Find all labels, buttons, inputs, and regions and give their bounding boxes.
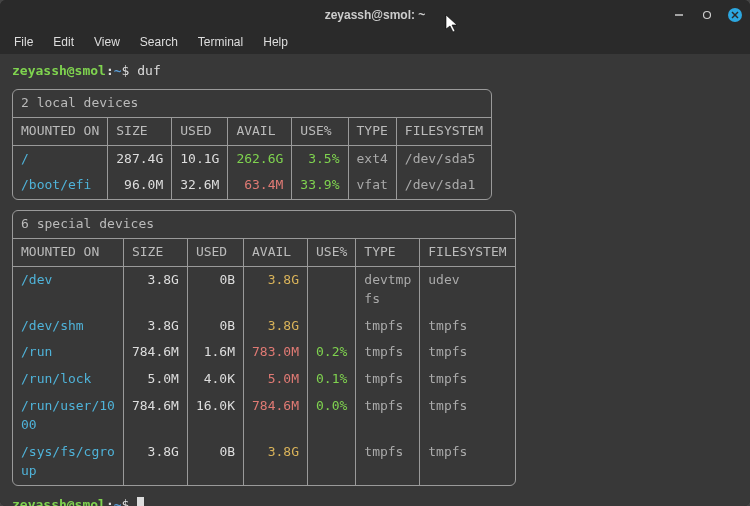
table-cell: 783.0M	[244, 339, 308, 366]
table-cell	[308, 266, 356, 312]
table-cell: 784.6M	[123, 339, 187, 366]
table-cell: 33.9%	[292, 172, 348, 199]
window-controls	[672, 8, 742, 22]
menu-file[interactable]: File	[14, 35, 33, 49]
minimize-button[interactable]	[672, 8, 686, 22]
prompt-colon: :	[106, 497, 114, 507]
table-cell: tmpfs	[420, 366, 515, 393]
table-header: TYPE	[356, 239, 420, 266]
table-cell: tmpfs	[356, 339, 420, 366]
local-devices-table: MOUNTED ONSIZEUSEDAVAILUSE%TYPEFILESYSTE…	[13, 118, 491, 200]
menu-help[interactable]: Help	[263, 35, 288, 49]
table-cell: devtmp fs	[356, 266, 420, 312]
table-row: /run/lock5.0M4.0K5.0M0.1%tmpfstmpfs	[13, 366, 515, 393]
titlebar: zeyassh@smol: ~	[0, 0, 750, 30]
table-cell: 96.0M	[108, 172, 172, 199]
table-cell: 3.8G	[244, 439, 308, 485]
table-row: /boot/efi96.0M32.6M63.4M33.9%vfat/dev/sd…	[13, 172, 491, 199]
table-cell: 5.0M	[123, 366, 187, 393]
table-row: /sys/fs/cgro up3.8G0B3.8Gtmpfstmpfs	[13, 439, 515, 485]
prompt-path: ~	[114, 63, 122, 78]
table-cell: udev	[420, 266, 515, 312]
table-cell: /run/lock	[13, 366, 123, 393]
prompt-line: zeyassh@smol:~$ duf	[12, 62, 738, 81]
menu-search[interactable]: Search	[140, 35, 178, 49]
menu-view[interactable]: View	[94, 35, 120, 49]
prompt-colon: :	[106, 63, 114, 78]
table-cell: tmpfs	[356, 393, 420, 439]
maximize-button[interactable]	[700, 8, 714, 22]
table-header: USED	[172, 118, 228, 145]
table-row: /287.4G10.1G262.6G3.5%ext4/dev/sda5	[13, 145, 491, 172]
table-cell: 5.0M	[244, 366, 308, 393]
table-cell: tmpfs	[356, 439, 420, 485]
table-cell: 3.8G	[123, 313, 187, 340]
table-cell: 0.2%	[308, 339, 356, 366]
close-button[interactable]	[728, 8, 742, 22]
table-header: MOUNTED ON	[13, 239, 123, 266]
table-cell: /dev/shm	[13, 313, 123, 340]
table-cell: tmpfs	[420, 439, 515, 485]
table-header: FILESYSTEM	[396, 118, 491, 145]
prompt-user: zeyassh@smol	[12, 63, 106, 78]
table-header: AVAIL	[244, 239, 308, 266]
prompt-dollar: $	[122, 497, 130, 507]
prompt-line-2: zeyassh@smol:~$	[12, 496, 738, 507]
table-cell: /dev	[13, 266, 123, 312]
cursor-block	[137, 497, 144, 507]
special-devices-table: MOUNTED ONSIZEUSEDAVAILUSE%TYPEFILESYSTE…	[13, 239, 515, 484]
prompt-user: zeyassh@smol	[12, 497, 106, 507]
table-cell	[308, 439, 356, 485]
prompt-path: ~	[114, 497, 122, 507]
table-cell: 3.5%	[292, 145, 348, 172]
table-header: FILESYSTEM	[420, 239, 515, 266]
table-cell: /sys/fs/cgro up	[13, 439, 123, 485]
table-header: SIZE	[123, 239, 187, 266]
terminal-content[interactable]: zeyassh@smol:~$ duf 2 local devices MOUN…	[0, 54, 750, 506]
table-header: USE%	[292, 118, 348, 145]
table-header: TYPE	[348, 118, 396, 145]
menu-terminal[interactable]: Terminal	[198, 35, 243, 49]
special-devices-box: 6 special devices MOUNTED ONSIZEUSEDAVAI…	[12, 210, 516, 485]
menu-edit[interactable]: Edit	[53, 35, 74, 49]
table-row: /run784.6M1.6M783.0M0.2%tmpfstmpfs	[13, 339, 515, 366]
table-header: USE%	[308, 239, 356, 266]
table-cell: 0B	[187, 439, 243, 485]
table-row: /run/user/10 00784.6M16.0K784.6M0.0%tmpf…	[13, 393, 515, 439]
local-devices-box: 2 local devices MOUNTED ONSIZEUSEDAVAILU…	[12, 89, 492, 200]
table-cell: tmpfs	[420, 393, 515, 439]
table-cell: 0.1%	[308, 366, 356, 393]
table-cell: /run/user/10 00	[13, 393, 123, 439]
table-cell: 10.1G	[172, 145, 228, 172]
table-cell: 3.8G	[244, 266, 308, 312]
table-cell: tmpfs	[356, 313, 420, 340]
table-cell: 16.0K	[187, 393, 243, 439]
table-cell: 287.4G	[108, 145, 172, 172]
terminal-window: zeyassh@smol: ~ File Edit View Search Te…	[0, 0, 750, 506]
table-cell: /dev/sda5	[396, 145, 491, 172]
table-cell: vfat	[348, 172, 396, 199]
table-cell: 784.6M	[123, 393, 187, 439]
table-cell: 32.6M	[172, 172, 228, 199]
local-devices-title: 2 local devices	[13, 90, 491, 118]
table-cell: ext4	[348, 145, 396, 172]
menubar: File Edit View Search Terminal Help	[0, 30, 750, 54]
table-cell: tmpfs	[356, 366, 420, 393]
table-cell: 63.4M	[228, 172, 292, 199]
table-cell: /run	[13, 339, 123, 366]
table-cell: tmpfs	[420, 313, 515, 340]
table-header: USED	[187, 239, 243, 266]
table-cell: 0.0%	[308, 393, 356, 439]
table-cell: /boot/efi	[13, 172, 108, 199]
window-title: zeyassh@smol: ~	[325, 8, 426, 22]
table-cell: 0B	[187, 313, 243, 340]
table-row: /dev3.8G0B3.8Gdevtmp fsudev	[13, 266, 515, 312]
table-cell: 4.0K	[187, 366, 243, 393]
table-cell: 1.6M	[187, 339, 243, 366]
table-cell: 3.8G	[123, 439, 187, 485]
table-header: AVAIL	[228, 118, 292, 145]
table-cell: 3.8G	[244, 313, 308, 340]
table-cell: 3.8G	[123, 266, 187, 312]
table-cell: 0B	[187, 266, 243, 312]
table-cell: 262.6G	[228, 145, 292, 172]
